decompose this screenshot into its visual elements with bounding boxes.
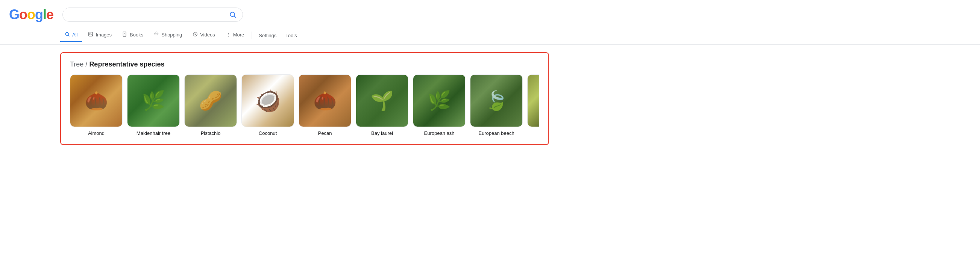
species-name-almond: Almond [88, 130, 105, 137]
search-bar: types of trees [62, 8, 243, 22]
species-card-pecan[interactable]: Pecan [299, 74, 351, 137]
species-image-bay-laurel [356, 74, 408, 127]
panel-title: Tree / Representative species [70, 60, 539, 68]
species-card-black-locust[interactable]: Black locust [527, 74, 539, 137]
main-content: Tree / Representative species Almond Mai… [0, 45, 980, 153]
tab-videos[interactable]: Videos [188, 28, 220, 42]
settings-button[interactable]: Settings [255, 30, 280, 41]
panel-heading: Representative species [89, 60, 164, 68]
search-tab-icon [65, 32, 70, 38]
species-image-maidenhair [127, 74, 180, 127]
tab-shopping-label: Shopping [161, 32, 182, 38]
species-card-coconut[interactable]: Coconut [242, 74, 294, 137]
tab-more[interactable]: ⋮ More [221, 29, 249, 42]
nav-tabs: All Images Books Shopping [0, 26, 980, 45]
tab-shopping[interactable]: Shopping [149, 28, 186, 42]
species-name-bay-laurel: Bay laurel [371, 130, 393, 137]
search-input[interactable]: types of trees [69, 11, 229, 18]
tools-label: Tools [285, 33, 297, 38]
more-tab-icon: ⋮ [226, 32, 231, 38]
books-tab-icon [122, 32, 127, 38]
svg-rect-4 [89, 32, 93, 36]
tab-all[interactable]: All [60, 28, 82, 42]
species-card-maidenhair[interactable]: Maidenhair tree [127, 74, 180, 137]
settings-label: Settings [259, 33, 277, 38]
nav-divider [251, 32, 252, 39]
tab-books-label: Books [130, 32, 143, 38]
species-image-pistachio [184, 74, 237, 127]
species-image-black-locust [527, 74, 539, 127]
knowledge-panel: Tree / Representative species Almond Mai… [60, 52, 549, 145]
species-image-almond [70, 74, 123, 127]
videos-tab-icon [192, 32, 198, 38]
species-card-almond[interactable]: Almond [70, 74, 123, 137]
tab-images[interactable]: Images [83, 28, 116, 42]
species-card-european-beech[interactable]: European beech [470, 74, 523, 137]
svg-line-1 [234, 16, 236, 18]
tab-more-label: More [233, 32, 245, 38]
species-card-bay-laurel[interactable]: Bay laurel [356, 74, 408, 137]
species-grid: Almond Maidenhair tree Pistachio Coconut… [70, 74, 539, 137]
svg-point-5 [90, 33, 91, 34]
species-name-pecan: Pecan [318, 130, 332, 137]
svg-marker-10 [195, 33, 196, 35]
species-name-coconut: Coconut [259, 130, 277, 137]
species-image-european-beech [470, 74, 523, 127]
svg-rect-6 [123, 32, 126, 36]
header: Google types of trees [0, 0, 980, 26]
species-image-european-ash [413, 74, 466, 127]
tab-books[interactable]: Books [118, 28, 148, 42]
species-card-pistachio[interactable]: Pistachio [184, 74, 237, 137]
tools-button[interactable]: Tools [282, 30, 301, 41]
tab-images-label: Images [95, 32, 112, 38]
panel-separator: / [85, 60, 89, 68]
species-name-european-ash: European ash [424, 130, 455, 137]
species-image-pecan [299, 74, 351, 127]
species-card-european-ash[interactable]: European ash [413, 74, 466, 137]
images-tab-icon [88, 32, 93, 38]
search-icon [229, 11, 237, 18]
species-name-pistachio: Pistachio [201, 130, 221, 137]
species-name-maidenhair: Maidenhair tree [137, 130, 170, 137]
shopping-tab-icon [154, 32, 159, 38]
species-image-coconut [242, 74, 294, 127]
panel-breadcrumb: Tree [70, 60, 83, 68]
species-name-european-beech: European beech [478, 130, 514, 137]
tab-videos-label: Videos [200, 32, 215, 38]
svg-line-3 [68, 35, 69, 36]
tab-all-label: All [72, 32, 78, 38]
google-logo[interactable]: Google [9, 7, 53, 22]
search-button[interactable] [229, 11, 237, 18]
